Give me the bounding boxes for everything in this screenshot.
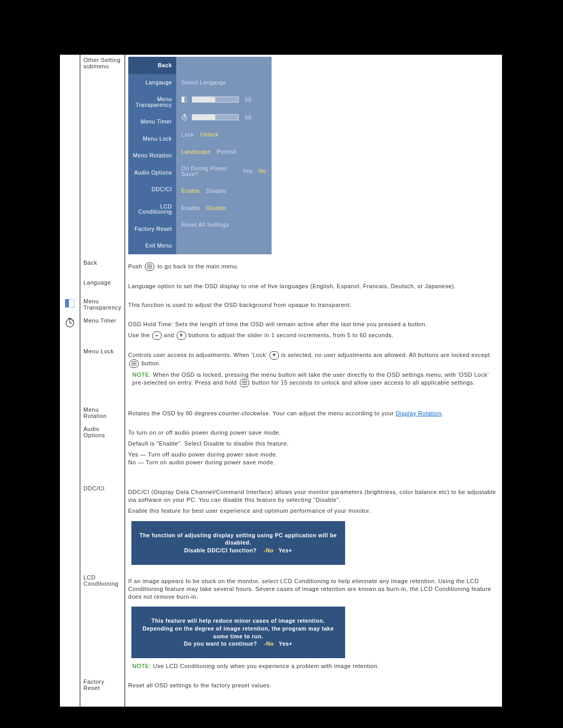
osd-item-lcd[interactable]: LCD Conditioning	[128, 198, 176, 220]
desc-cell-timer: OSD Hold Time: Sets the length of time t…	[125, 315, 502, 346]
desc-cell-language: Language option to set the OSD display t…	[125, 277, 502, 297]
desc-cell-rotation: Rotates the OSD by 90 degrees counter-cl…	[125, 404, 502, 424]
osd-value-rotation-landscape[interactable]: Landscape	[181, 149, 211, 155]
osd-item-audio[interactable]: Audio Options	[128, 164, 176, 181]
desc-cell-factory: Reset all OSD settings to the factory pr…	[125, 676, 502, 707]
osd-value-ddc-enable[interactable]: Enable	[181, 188, 200, 194]
label-cell-language: Language	[80, 277, 125, 297]
osd-value-factory-reset[interactable]: Reset All Settings	[181, 222, 229, 228]
menu-button-icon	[145, 263, 154, 271]
osd-value-lcd-enable[interactable]: Enable	[181, 205, 200, 211]
osd-menu-values: Select Langauge 50 50 Lock	[176, 57, 272, 254]
transparency-icon	[65, 298, 75, 309]
osd-item-language[interactable]: Langauge	[128, 74, 176, 91]
osd-value-language[interactable]: Select Langauge	[181, 80, 226, 85]
label-cell-factory: Factory Reset	[80, 676, 125, 707]
osd-item-back[interactable]: Back	[128, 57, 176, 74]
label-cell-other-setting: Other Setting submenu	[80, 55, 125, 257]
desc-cell-ddc: DDC/CI (Display Data Channel/Command Int…	[125, 483, 502, 572]
osd-value-audio-question: On During Power Save?	[181, 166, 237, 177]
desc-cell-lcd: If an image appears to be stuck on the m…	[125, 572, 502, 676]
desc-cell-audio: To turn on or off audio power during pow…	[125, 424, 502, 483]
menu-button-icon	[240, 379, 249, 387]
osd-value-audio-no[interactable]: No	[259, 168, 266, 174]
ddc-disable-prompt: The function of adjusting display settin…	[131, 521, 345, 565]
osd-value-timer: 50	[245, 115, 252, 120]
icon-cell	[60, 55, 80, 257]
icon-cell-timer	[60, 315, 80, 346]
osd-value-rotation-portrait[interactable]: Portrait	[217, 149, 237, 155]
icon-cell-transparency	[60, 296, 80, 315]
osd-item-transparency[interactable]: Menu Transparency	[128, 91, 176, 113]
label-cell-lock: Menu Lock	[80, 346, 125, 404]
prompt-option-yes[interactable]: Yes+	[279, 640, 292, 647]
settings-table: Other Setting submenu Back Langauge Menu…	[60, 55, 502, 707]
label-cell-lcd: LCD Conditioning	[80, 572, 125, 676]
osd-item-lock[interactable]: Menu Lock	[128, 130, 176, 147]
timer-icon	[181, 114, 188, 120]
note-label: NOTE:	[132, 663, 151, 669]
osd-item-timer[interactable]: Menu Timer	[128, 113, 176, 130]
prompt-option-no[interactable]: -No	[264, 547, 274, 553]
clock-icon	[65, 317, 75, 328]
svg-rect-0	[182, 97, 184, 102]
osd-item-exit[interactable]: Exit Menu	[128, 237, 176, 254]
svg-rect-5	[69, 299, 74, 307]
plus-button-icon	[177, 331, 186, 340]
label-cell-transparency: Menu Transparency	[80, 296, 125, 315]
document-page: Other Setting submenu Back Langauge Menu…	[60, 55, 502, 707]
osd-item-rotation[interactable]: Menu Rotation	[128, 147, 176, 164]
note-label: NOTE:	[132, 372, 151, 378]
desc-cell-transparency: This function is used to adjust the OSD …	[125, 296, 502, 315]
lcd-conditioning-prompt: This feature will help reduce minor case…	[131, 607, 345, 658]
svg-rect-4	[65, 299, 69, 307]
label-cell-rotation: Menu Rotation	[80, 404, 125, 424]
osd-cell: Back Langauge Menu Transparency Menu Tim…	[125, 55, 502, 257]
label-cell-ddc: DDC/CI	[80, 483, 125, 572]
osd-item-ddcci[interactable]: DDC/CI	[128, 181, 176, 198]
plus-button-icon	[270, 351, 279, 360]
osd-slider-transparency[interactable]	[181, 96, 239, 103]
label-cell-audio: Audio Options	[80, 424, 125, 483]
prompt-option-no[interactable]: -No	[264, 640, 274, 647]
osd-value-transparency: 50	[245, 97, 252, 103]
osd-panel: Back Langauge Menu Transparency Menu Tim…	[128, 57, 272, 254]
osd-value-lcd-disable[interactable]: Disable	[206, 205, 227, 211]
svg-rect-7	[68, 318, 71, 319]
transparency-icon	[181, 96, 188, 103]
desc-cell-back: Push to go back to the main menu.	[125, 257, 502, 277]
display-rotation-link[interactable]: Display Rotation	[396, 410, 442, 416]
osd-value-lock-unlock[interactable]: Unlock	[200, 132, 218, 138]
desc-cell-lock: Controls user access to adjustments. Whe…	[125, 346, 502, 404]
label-cell-timer: Menu Timer	[80, 315, 125, 346]
osd-item-factory[interactable]: Factory Reset	[128, 220, 176, 238]
label-cell-back: Back	[80, 257, 125, 277]
menu-button-icon	[129, 360, 139, 368]
osd-value-lock-lock[interactable]: Lock	[181, 132, 194, 138]
osd-slider-timer[interactable]	[181, 114, 239, 120]
osd-value-ddc-disable[interactable]: Disable	[206, 188, 227, 194]
minus-button-icon	[152, 331, 162, 340]
osd-menu-labels: Back Langauge Menu Transparency Menu Tim…	[128, 57, 176, 254]
svg-rect-3	[183, 115, 186, 116]
osd-value-audio-yes[interactable]: Yes	[243, 168, 253, 174]
prompt-option-yes[interactable]: Yes+	[278, 547, 292, 553]
svg-rect-1	[184, 97, 187, 102]
